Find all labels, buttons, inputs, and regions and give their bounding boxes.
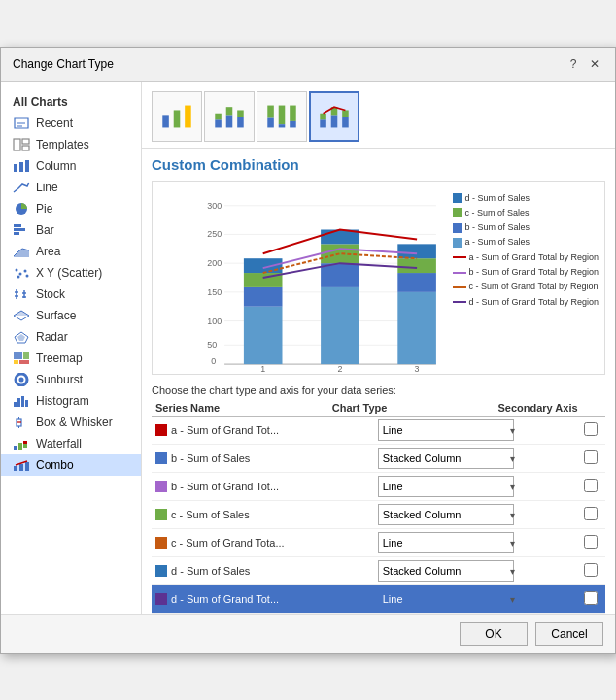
sidebar-item-waterfall[interactable]: Waterfall	[1, 433, 141, 454]
table-row[interactable]: c - Sum of Sales LineStacked ColumnClust…	[152, 500, 605, 528]
sidebar-item-area[interactable]: Area	[1, 241, 141, 262]
sidebar-item-boxwhisker[interactable]: Box & Whisker	[1, 412, 141, 433]
svg-rect-64	[331, 115, 338, 127]
chart-type-title: Custom Combination	[142, 149, 615, 177]
secondary-axis-checkbox[interactable]	[584, 591, 598, 605]
sidebar-item-stock[interactable]: Stock	[1, 283, 141, 305]
table-row[interactable]: b - Sum of Grand Tot... LineStacked Colu…	[152, 472, 605, 500]
chart-type-select-wrapper[interactable]: LineStacked ColumnClustered ColumnAreaSt…	[378, 448, 519, 469]
sidebar-item-recent[interactable]: Recent	[1, 113, 141, 134]
chart-type-select[interactable]: LineStacked ColumnClustered ColumnAreaSt…	[378, 476, 514, 497]
chart-type-cell[interactable]: LineStacked ColumnClustered ColumnAreaSt…	[374, 472, 576, 500]
sidebar-item-treemap[interactable]: Treemap	[1, 348, 141, 369]
svg-rect-9	[14, 232, 19, 235]
sidebar-item-combo[interactable]: Combo	[1, 454, 141, 476]
sidebar-label-templates: Templates	[36, 138, 89, 151]
chart-type-btn-ct4[interactable]	[309, 91, 359, 142]
chart-type-btn-ct2[interactable]	[204, 91, 255, 142]
table-row[interactable]: d - Sum of Sales LineStacked ColumnClust…	[152, 556, 605, 584]
histogram-icon	[13, 394, 30, 408]
stock-icon	[13, 287, 30, 301]
table-row[interactable]: b - Sum of Sales LineStacked ColumnClust…	[152, 444, 605, 472]
secondary-axis-checkbox[interactable]	[584, 422, 598, 436]
table-row[interactable]: c - Sum of Grand Tota... LineStacked Col…	[152, 528, 605, 556]
chart-type-cell[interactable]: LineStacked ColumnClustered ColumnAreaSt…	[374, 584, 576, 613]
legend-label: a - Sum of Grand Total by Region	[469, 250, 599, 265]
sidebar-item-column[interactable]: Column	[1, 155, 141, 177]
sidebar-item-sunburst[interactable]: Sunburst	[1, 369, 141, 390]
svg-rect-49	[185, 105, 191, 127]
sidebar-item-templates[interactable]: Templates	[1, 134, 141, 155]
chart-type-select[interactable]: LineStacked ColumnClustered ColumnAreaSt…	[378, 532, 514, 553]
chart-type-cell[interactable]: LineStacked ColumnClustered ColumnAreaSt…	[374, 444, 576, 472]
svg-rect-7	[14, 224, 21, 227]
svg-text:300: 300	[207, 200, 222, 210]
chart-type-btn-ct1[interactable]	[152, 91, 202, 142]
chart-type-select[interactable]: LineStacked ColumnClustered ColumnAreaSt…	[378, 560, 514, 582]
sidebar-item-bar[interactable]: Bar	[1, 219, 141, 241]
svg-rect-52	[226, 115, 233, 127]
sidebar-item-surface[interactable]: Surface	[1, 305, 141, 326]
secondary-axis-cell[interactable]	[576, 556, 605, 584]
table-row[interactable]: d - Sum of Grand Tot... LineStacked Colu…	[152, 584, 605, 613]
secondary-axis-checkbox[interactable]	[584, 450, 598, 464]
series-name-text: c - Sum of Sales	[171, 509, 250, 520]
chart-type-select-wrapper[interactable]: LineStacked ColumnClustered ColumnAreaSt…	[378, 476, 519, 497]
sidebar-item-scatter[interactable]: X Y (Scatter)	[1, 262, 141, 283]
cancel-button[interactable]: Cancel	[535, 622, 603, 646]
combo-icon	[13, 458, 30, 472]
series-color-indicator	[155, 481, 167, 492]
templates-icon	[13, 138, 30, 151]
chart-type-select[interactable]: LineStacked ColumnClustered ColumnAreaSt…	[378, 419, 514, 441]
secondary-axis-cell[interactable]	[576, 584, 605, 613]
svg-rect-5	[25, 160, 29, 172]
sidebar-items-list: Recent Templates Column Line Pie Bar Are…	[1, 113, 141, 476]
sidebar-item-histogram[interactable]: Histogram	[1, 390, 141, 412]
series-config-label: Choose the chart type and axis for your …	[152, 384, 605, 396]
chart-type-select[interactable]: LineStacked ColumnClustered ColumnAreaSt…	[378, 588, 514, 610]
chart-type-select-wrapper[interactable]: LineStacked ColumnClustered ColumnAreaSt…	[378, 588, 519, 610]
sidebar-item-line[interactable]: Line	[1, 177, 141, 198]
svg-rect-2	[22, 146, 29, 150]
svg-rect-26	[14, 352, 22, 359]
chart-type-cell[interactable]: LineStacked ColumnClustered ColumnAreaSt…	[374, 528, 576, 556]
close-button[interactable]: ✕	[586, 55, 603, 73]
chart-type-cell[interactable]: LineStacked ColumnClustered ColumnAreaSt…	[374, 556, 576, 584]
treemap-icon	[13, 351, 30, 365]
secondary-axis-checkbox[interactable]	[584, 507, 598, 520]
secondary-axis-cell[interactable]	[576, 500, 605, 528]
secondary-axis-cell[interactable]	[576, 417, 605, 445]
svg-rect-87	[321, 263, 359, 287]
ok-button[interactable]: OK	[460, 622, 528, 646]
line-icon	[13, 181, 30, 194]
secondary-axis-cell[interactable]	[576, 528, 605, 556]
svg-rect-60	[290, 105, 296, 120]
chart-type-select-wrapper[interactable]: LineStacked ColumnClustered ColumnAreaSt…	[378, 504, 519, 525]
secondary-axis-checkbox[interactable]	[584, 563, 598, 577]
series-name-cell: a - Sum of Grand Tot...	[152, 417, 374, 445]
secondary-axis-checkbox[interactable]	[584, 479, 598, 492]
sidebar-label-sunburst: Sunburst	[36, 373, 83, 386]
secondary-axis-cell[interactable]	[576, 472, 605, 500]
chart-type-cell[interactable]: LineStacked ColumnClustered ColumnAreaSt…	[374, 500, 576, 528]
chart-type-select-wrapper[interactable]: LineStacked ColumnClustered ColumnAreaSt…	[378, 532, 519, 553]
sidebar-label-boxwhisker: Box & Whisker	[36, 416, 113, 429]
secondary-axis-checkbox[interactable]	[584, 535, 598, 549]
chart-type-select-wrapper[interactable]: LineStacked ColumnClustered ColumnAreaSt…	[378, 419, 519, 441]
sidebar-item-radar[interactable]: Radar	[1, 326, 141, 348]
chart-type-select[interactable]: LineStacked ColumnClustered ColumnAreaSt…	[378, 504, 514, 525]
chart-type-select-wrapper[interactable]: LineStacked ColumnClustered ColumnAreaSt…	[378, 560, 519, 582]
series-name-text: b - Sum of Grand Tot...	[171, 481, 279, 492]
svg-rect-82	[244, 306, 283, 363]
svg-rect-47	[162, 115, 169, 127]
svg-rect-40	[14, 446, 17, 450]
secondary-axis-cell[interactable]	[576, 444, 605, 472]
help-button[interactable]: ?	[565, 55, 582, 73]
chart-type-btn-ct3[interactable]	[257, 91, 307, 142]
sidebar-item-pie[interactable]: Pie	[1, 198, 141, 219]
recent-icon	[13, 117, 30, 130]
chart-type-select[interactable]: LineStacked ColumnClustered ColumnAreaSt…	[378, 448, 514, 469]
table-row[interactable]: a - Sum of Grand Tot... LineStacked Colu…	[152, 417, 605, 445]
chart-type-cell[interactable]: LineStacked ColumnClustered ColumnAreaSt…	[374, 417, 576, 445]
series-config: Choose the chart type and axis for your …	[142, 379, 615, 614]
